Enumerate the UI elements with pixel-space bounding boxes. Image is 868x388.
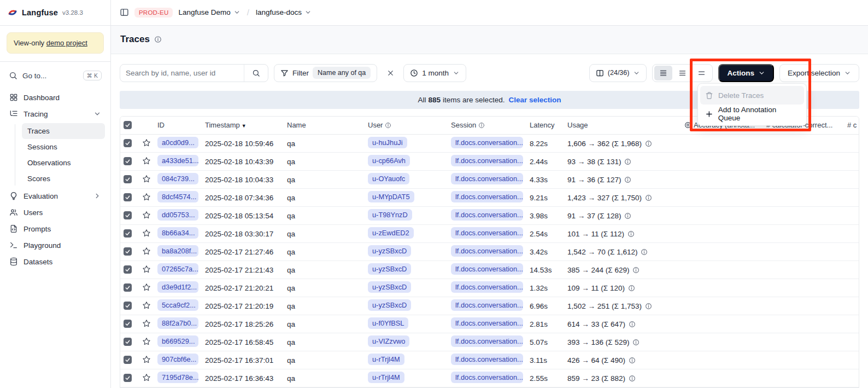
session-id-pill[interactable]: lf.docs.conversation...: [451, 281, 523, 293]
sidebar-item-tracing[interactable]: Tracing: [5, 106, 105, 122]
session-id-pill[interactable]: lf.docs.conversation...: [451, 335, 523, 347]
table-row[interactable]: d3e9d1f2...2025-02-17 21:20:21qau-yzSBxc…: [120, 279, 859, 297]
row-checkbox[interactable]: [124, 175, 132, 183]
bookmark-star-icon[interactable]: [142, 138, 151, 147]
project-selector[interactable]: langfuse-docs: [256, 8, 312, 16]
user-id-pill[interactable]: u-rTrjl4M: [368, 372, 404, 383]
trace-id-pill[interactable]: a433de51...: [157, 155, 198, 166]
select-all-checkbox[interactable]: [124, 121, 132, 129]
row-checkbox[interactable]: [124, 211, 132, 219]
trace-id-pill[interactable]: dd05753...: [157, 209, 198, 221]
row-checkbox[interactable]: [124, 283, 132, 292]
demo-project-link[interactable]: demo project: [46, 39, 87, 47]
bookmark-star-icon[interactable]: [142, 193, 151, 201]
trace-id-pill[interactable]: 084c739...: [157, 173, 198, 184]
table-row[interactable]: 8dcf4574...2025-02-18 07:34:36qau-MYpDAT…: [120, 189, 859, 207]
trace-id-pill[interactable]: ba8a208f...: [157, 245, 198, 257]
row-checkbox[interactable]: [124, 320, 132, 328]
bookmark-star-icon[interactable]: [142, 265, 151, 274]
user-id-pill[interactable]: u-T98YnzD: [368, 209, 412, 221]
column-header-id[interactable]: ID: [154, 117, 202, 135]
bookmark-star-icon[interactable]: [142, 355, 151, 364]
row-checkbox[interactable]: [124, 229, 132, 238]
table-row[interactable]: 5cca9cf2...2025-02-17 21:20:19qau-yzSBxc…: [120, 297, 859, 315]
row-height-small-button[interactable]: [654, 66, 672, 80]
trace-id-pill[interactable]: 07265c7a...: [157, 263, 198, 275]
bookmark-star-icon[interactable]: [142, 175, 151, 183]
table-row[interactable]: dd05753...2025-02-18 05:13:54qau-T98YnzD…: [120, 207, 859, 225]
user-id-pill[interactable]: u-OYauofc: [368, 173, 409, 184]
bookmark-star-icon[interactable]: [142, 157, 151, 165]
user-id-pill[interactable]: u-f0YfBSL: [368, 317, 408, 329]
bookmark-star-icon[interactable]: [142, 229, 151, 238]
column-visibility-button[interactable]: (24/36): [589, 64, 647, 82]
session-id-pill[interactable]: lf.docs.conversation...: [451, 137, 523, 148]
user-id-pill[interactable]: u-yzSBxcD: [368, 281, 411, 293]
session-id-pill[interactable]: lf.docs.conversation...: [451, 263, 523, 275]
filter-button[interactable]: Filter Name any of qa: [274, 64, 377, 82]
user-id-pill[interactable]: u-rTrjl4M: [368, 354, 404, 365]
row-checkbox[interactable]: [124, 157, 132, 165]
menu-item-add-to-annotation-queue[interactable]: Add to Annotation Queue: [700, 105, 804, 123]
trace-id-pill[interactable]: 8dcf4574...: [157, 191, 198, 202]
row-checkbox[interactable]: [124, 265, 132, 274]
column-header-usage[interactable]: Usage: [564, 117, 681, 135]
session-id-pill[interactable]: lf.docs.conversation...: [451, 317, 523, 329]
user-id-pill[interactable]: u-yzSBxcD: [368, 263, 411, 275]
user-id-pill[interactable]: u-cp66Avh: [368, 155, 410, 166]
bookmark-star-icon[interactable]: [142, 283, 151, 292]
row-checkbox[interactable]: [124, 338, 132, 346]
table-row[interactable]: 07265c7a...2025-02-17 21:21:43qau-yzSBxc…: [120, 261, 859, 279]
menu-item-delete-traces[interactable]: Delete Traces: [700, 86, 804, 105]
row-checkbox[interactable]: [124, 139, 132, 147]
session-id-pill[interactable]: lf.docs.conversation...: [451, 155, 523, 166]
column-header-user[interactable]: User: [365, 117, 448, 135]
sidebar-item-sessions[interactable]: Sessions: [22, 139, 105, 155]
session-id-pill[interactable]: lf.docs.conversation...: [451, 209, 523, 221]
session-id-pill[interactable]: lf.docs.conversation...: [451, 299, 523, 311]
table-row[interactable]: ba8a208f...2025-02-17 21:27:46qau-yzSBxc…: [120, 243, 859, 261]
bookmark-star-icon[interactable]: [142, 247, 151, 256]
session-id-pill[interactable]: lf.docs.conversation...: [451, 354, 523, 365]
sidebar-item-playground[interactable]: Playground: [5, 237, 105, 253]
table-row[interactable]: 88f2a7b0...2025-02-17 18:25:26qau-f0YfBS…: [120, 315, 859, 333]
sidebar-item-dashboard[interactable]: Dashboard: [5, 89, 105, 106]
table-row[interactable]: 8b66a34...2025-02-18 03:30:17qau-zEwdED2…: [120, 225, 859, 243]
session-id-pill[interactable]: lf.docs.conversation...: [451, 173, 523, 184]
sidebar-toggle-icon[interactable]: [120, 8, 129, 17]
sidebar-item-prompts[interactable]: Prompts: [5, 221, 105, 237]
trace-id-pill[interactable]: 907cbf6e...: [157, 354, 198, 365]
actions-button[interactable]: Actions: [718, 64, 774, 82]
row-checkbox[interactable]: [124, 193, 132, 201]
user-id-pill[interactable]: u-VIZzvwo: [368, 335, 409, 347]
sidebar-item-traces[interactable]: Traces: [22, 123, 105, 139]
sidebar-item-evaluation[interactable]: Evaluation: [5, 188, 105, 204]
row-checkbox[interactable]: [124, 374, 132, 382]
row-checkbox[interactable]: [124, 356, 132, 364]
trace-id-pill[interactable]: 88f2a7b0...: [157, 317, 198, 329]
column-header-truncated[interactable]: # c: [844, 117, 859, 135]
table-row[interactable]: 084c739...2025-02-18 10:04:33qau-OYauofc…: [120, 171, 859, 189]
sidebar-item-observations[interactable]: Observations: [22, 155, 105, 171]
column-header-timestamp[interactable]: Timestamp▼: [202, 117, 284, 135]
trace-id-pill[interactable]: 5cca9cf2...: [157, 299, 198, 311]
sidebar-item-scores[interactable]: Scores: [22, 171, 105, 187]
bookmark-star-icon[interactable]: [142, 211, 151, 219]
column-header-latency[interactable]: Latency: [526, 117, 564, 135]
user-id-pill[interactable]: u-huJhuJi: [368, 137, 407, 148]
search-submit-button[interactable]: [244, 65, 268, 82]
table-row[interactable]: 907cbf6e...2025-02-17 16:37:01qau-rTrjl4…: [120, 351, 859, 369]
bookmark-star-icon[interactable]: [142, 373, 151, 382]
column-header-name[interactable]: Name: [284, 117, 365, 135]
table-row[interactable]: a0cd0d9...2025-02-18 10:59:46qau-huJhuJi…: [120, 135, 859, 153]
user-id-pill[interactable]: u-MYpDAT5: [368, 191, 414, 202]
session-id-pill[interactable]: lf.docs.conversation...: [451, 372, 523, 383]
bookmark-star-icon[interactable]: [142, 337, 151, 346]
table-row[interactable]: b669529...2025-02-17 16:58:45qau-VIZzvwo…: [120, 333, 859, 351]
session-id-pill[interactable]: lf.docs.conversation...: [451, 191, 523, 202]
search-input[interactable]: [120, 69, 244, 77]
row-height-large-button[interactable]: [693, 66, 711, 80]
user-id-pill[interactable]: u-yzSBxcD: [368, 299, 411, 311]
sidebar-item-users[interactable]: Users: [5, 204, 105, 221]
row-checkbox[interactable]: [124, 302, 132, 310]
